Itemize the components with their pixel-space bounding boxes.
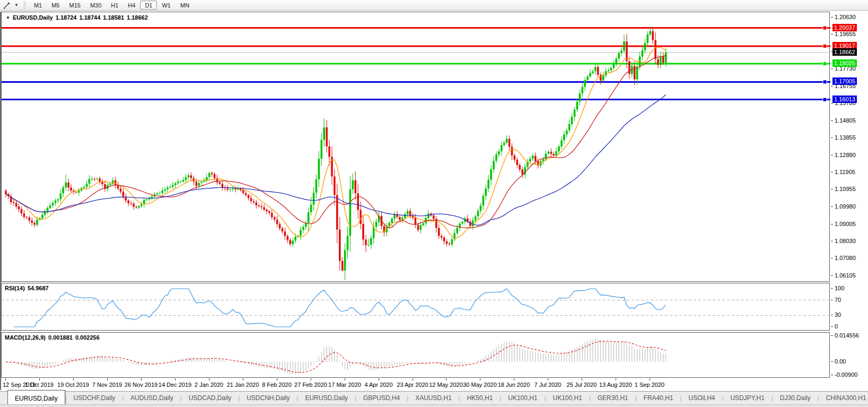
candle <box>245 191 247 197</box>
timeframe-button-m15[interactable]: M15 <box>64 1 85 10</box>
chart-tab-hk50-h1[interactable]: HK50,H1 <box>460 392 500 404</box>
rsi-name: RSI(14) <box>5 285 25 291</box>
price-tick <box>831 172 833 172</box>
macd-tick-label: -0.00900 <box>835 371 857 378</box>
chart-tab-ger30-h1[interactable]: GER30,H1 <box>591 392 635 404</box>
price-tick-label: 1.06105 <box>835 272 856 279</box>
price-tick-label: 1.10955 <box>835 186 856 193</box>
date-tick <box>5 378 6 380</box>
chart-tab-uk100-h1[interactable]: UK100,H1 <box>501 392 544 404</box>
chart-tab-gbpusd-h4[interactable]: GBPUSD,H4 <box>356 392 407 404</box>
candle <box>185 175 187 183</box>
candle <box>584 77 586 91</box>
level-handle[interactable] <box>823 80 827 84</box>
rsi-svg[interactable] <box>2 283 830 331</box>
date-tick-label: 27 Feb 2020 <box>294 382 327 388</box>
macd-indicator-pane[interactable]: MACD(12,26,9) 0.001881 0.002256 <box>1 332 830 378</box>
crosshair-tool-icon[interactable] <box>2 1 12 10</box>
price-tick-label: 1.07080 <box>835 255 856 262</box>
date-axis[interactable]: 12 Sep 20191 Oct 201919 Oct 20197 Nov 20… <box>1 378 830 391</box>
level-handle[interactable] <box>823 26 827 30</box>
candle <box>347 227 349 259</box>
candle <box>271 210 273 220</box>
chevron-down-icon[interactable]: ▼ <box>6 15 10 20</box>
timeframe-button-w1[interactable]: W1 <box>157 1 176 10</box>
price-level-line-support[interactable] <box>2 62 830 66</box>
level-handle[interactable] <box>823 44 827 48</box>
candle <box>571 112 573 126</box>
chart-tab-dj30-daily[interactable]: DJ30,Daily <box>773 392 818 404</box>
candle <box>146 198 148 202</box>
candle <box>219 181 221 185</box>
candle <box>122 188 125 199</box>
price-level-line-resistance[interactable] <box>2 26 830 30</box>
chart-tab-xauusd-h1[interactable]: XAUUSD,H1 <box>408 392 459 404</box>
candle <box>44 209 46 217</box>
candle <box>485 185 487 201</box>
candle <box>527 159 529 170</box>
candle <box>302 224 304 233</box>
price-axis[interactable]: 1.206301.196551.186801.177301.167551.157… <box>831 12 868 390</box>
timeframe-button-m5[interactable]: M5 <box>47 1 64 10</box>
price-tick <box>831 86 833 86</box>
macd-tick-label: 0.00 <box>835 358 846 365</box>
chart-tab-eurusd-daily[interactable]: EURUSD,Daily <box>298 392 355 404</box>
chart-tab-fra40-h1[interactable]: FRA40,H1 <box>637 392 680 404</box>
candle <box>373 221 375 244</box>
chart-tab-audusd-daily[interactable]: AUDUSD,Daily <box>124 392 180 404</box>
price-tick-label: 1.14805 <box>835 117 856 124</box>
timeframe-button-m1[interactable]: M1 <box>29 1 47 10</box>
candle <box>172 182 174 189</box>
candle <box>438 224 440 239</box>
level-handle[interactable] <box>823 62 827 66</box>
macd-tick <box>831 375 833 375</box>
price-level-line-support[interactable] <box>2 80 830 84</box>
chart-tab-usdchf-daily[interactable]: USDCHF,Daily <box>67 392 122 404</box>
candle <box>334 169 336 205</box>
level-price-label: 1.20037 <box>832 24 857 31</box>
chart-tab-uk100-h1[interactable]: UK100,H1 <box>546 392 589 404</box>
chart-tab-china300-h1[interactable]: CHINA300,H1 <box>819 392 868 404</box>
candle <box>623 34 625 54</box>
candle <box>248 194 250 201</box>
chart-tab-usoil-h4[interactable]: USOil,H4 <box>682 392 722 404</box>
price-tick-label: 1.20630 <box>835 14 856 21</box>
timeframe-button-m30[interactable]: M30 <box>85 1 106 10</box>
candle <box>514 153 516 163</box>
chart-tab-usdcnh-daily[interactable]: USDCNH,Daily <box>240 392 296 404</box>
date-tick <box>548 378 548 380</box>
price-level-line-support[interactable] <box>2 98 830 101</box>
candle <box>560 137 563 150</box>
toolbar-gripper[interactable] <box>23 2 26 9</box>
macd-main-value: 0.001881 <box>48 334 73 341</box>
candle <box>290 238 292 246</box>
price-tick-label: 1.09980 <box>835 203 856 210</box>
chart-tab-eurusd-daily[interactable]: EURUSD,Daily <box>7 390 65 404</box>
price-chart-pane[interactable]: ▼ EURUSD,Daily 1.18724 1.18744 1.18581 1… <box>1 12 830 282</box>
candle <box>125 194 127 203</box>
candle <box>574 107 576 121</box>
trading-terminal-window: ▼ M1M5M15M30H1H4D1W1MN ▼ EURUSD,Daily 1.… <box>0 0 868 407</box>
price-level-line-resistance[interactable] <box>2 44 830 48</box>
rsi-indicator-pane[interactable]: RSI(14) 54.9687 <box>1 283 830 331</box>
timeframe-button-h1[interactable]: H1 <box>106 1 123 10</box>
candle <box>232 186 234 192</box>
chart-tab-usdjpy-h1[interactable]: USDJPY,H1 <box>723 392 771 404</box>
chart-tab-usdcad-daily[interactable]: USDCAD,Daily <box>182 392 239 404</box>
main-chart-svg[interactable] <box>2 12 830 282</box>
candle <box>323 118 325 147</box>
timeframe-button-h4[interactable]: H4 <box>123 1 140 10</box>
candle <box>91 177 93 181</box>
candle <box>266 209 268 214</box>
rsi-tick-label: 70 <box>835 297 841 304</box>
candle <box>47 206 49 214</box>
chevron-down-icon[interactable]: ▼ <box>13 3 20 7</box>
candle <box>143 198 145 207</box>
chart-title: ▼ EURUSD,Daily 1.18724 1.18744 1.18581 1… <box>6 14 148 21</box>
date-tick-label: 8 Feb 2020 <box>262 382 292 388</box>
candle <box>138 205 140 210</box>
timeframe-button-mn[interactable]: MN <box>176 1 194 10</box>
timeframe-button-d1[interactable]: D1 <box>140 1 157 10</box>
macd-svg[interactable] <box>2 333 830 378</box>
level-handle[interactable] <box>823 98 827 101</box>
